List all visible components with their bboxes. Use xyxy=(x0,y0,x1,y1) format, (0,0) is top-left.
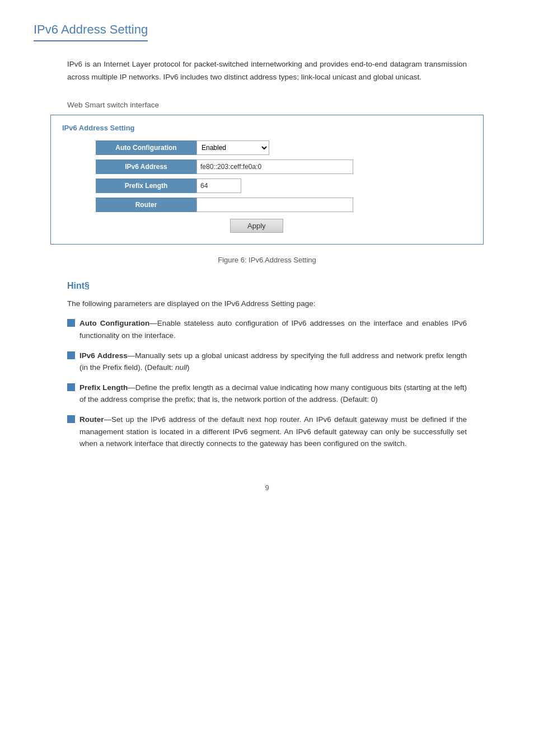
select-auto-configuration[interactable]: Enabled Disabled xyxy=(196,140,269,155)
form-row-ipv6-address: IPv6 Address xyxy=(96,159,472,174)
hint-bullet-router xyxy=(67,415,75,423)
hint-bullet-ipv6-address xyxy=(67,351,75,359)
label-ipv6-address: IPv6 Address xyxy=(96,159,196,174)
hint-text-ipv6-address: IPv6 Address—Manually sets up a global u… xyxy=(79,350,467,374)
hint-text-auto-config: Auto Configuration—Enable stateless auto… xyxy=(79,317,467,341)
input-router[interactable] xyxy=(196,198,353,212)
hint-item-auto-config: Auto Configuration—Enable stateless auto… xyxy=(67,317,467,341)
ipv6-box-title: IPv6 Address Setting xyxy=(62,124,472,132)
hint-intro: The following parameters are displayed o… xyxy=(67,298,467,310)
hint-text-router: Router—Set up the IPv6 address of the de… xyxy=(79,414,467,450)
form-row-prefix-length: Prefix Length xyxy=(96,179,472,193)
form-row-auto-config: Auto Configuration Enabled Disabled xyxy=(96,140,472,155)
web-smart-label: Web Smart switch interface xyxy=(67,101,467,109)
ipv6-address-setting-box: IPv6 Address Setting Auto Configuration … xyxy=(50,115,484,245)
hint-item-router: Router—Set up the IPv6 address of the de… xyxy=(67,414,467,450)
label-prefix-length: Prefix Length xyxy=(96,179,196,193)
intro-paragraph: IPv6 is an Internet Layer protocol for p… xyxy=(67,58,467,84)
hint-item-prefix-length: Prefix Length—Define the prefix length a… xyxy=(67,382,467,406)
hint-text-prefix-length: Prefix Length—Define the prefix length a… xyxy=(79,382,467,406)
label-router: Router xyxy=(96,198,196,212)
hint-item-ipv6-address: IPv6 Address—Manually sets up a global u… xyxy=(67,350,467,374)
apply-button[interactable]: Apply xyxy=(230,219,283,233)
apply-row: Apply xyxy=(230,219,472,233)
figure-caption: Figure 6: IPv6 Address Setting xyxy=(34,256,500,264)
input-prefix-length[interactable] xyxy=(196,179,241,193)
input-ipv6-address[interactable] xyxy=(196,159,353,174)
page-title: IPv6 Address Setting xyxy=(34,22,148,41)
form-row-router: Router xyxy=(96,198,472,212)
label-auto-configuration: Auto Configuration xyxy=(96,140,196,155)
form-table: Auto Configuration Enabled Disabled IPv6… xyxy=(96,140,472,233)
hint-title: Hint§ xyxy=(67,281,467,291)
hint-section: Hint§ The following parameters are displ… xyxy=(67,281,467,450)
page-number: 9 xyxy=(34,483,500,492)
hint-bullet-prefix-length xyxy=(67,383,75,391)
hint-bullet-auto-config xyxy=(67,319,75,327)
